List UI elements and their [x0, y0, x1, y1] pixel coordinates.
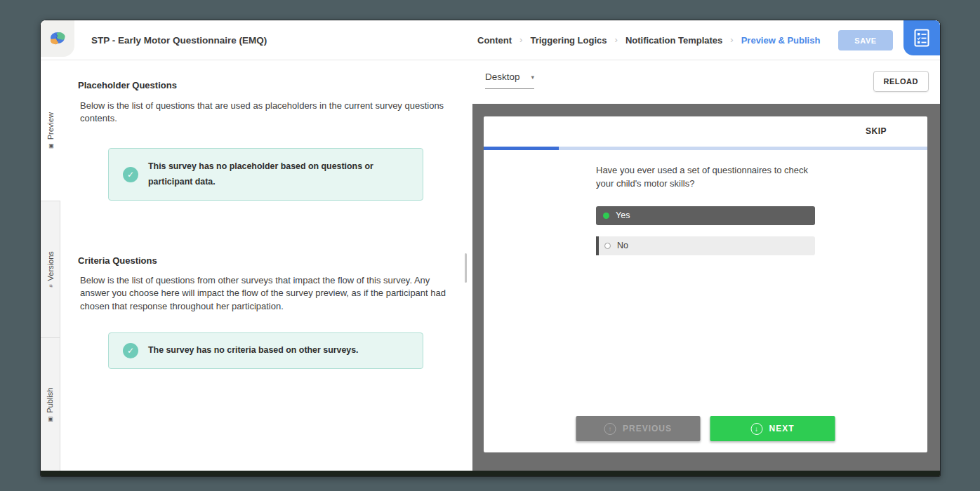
- chevron-right-icon: ›: [615, 34, 618, 45]
- nav-tab-preview-publish[interactable]: Preview & Publish: [741, 35, 821, 46]
- option-label: Yes: [616, 210, 630, 220]
- option-yes[interactable]: Yes: [596, 206, 815, 225]
- placeholder-questions-description: Below is the list of questions that are …: [80, 100, 446, 126]
- arrow-down-circle-icon: ↓: [750, 423, 762, 435]
- radio-selected-icon: [603, 213, 609, 219]
- preview-stage: SKIP Have you ever used a set of questio…: [472, 104, 940, 471]
- chevron-right-icon: ›: [730, 34, 733, 45]
- criteria-notice-text: The survey has no criteria based on othe…: [148, 343, 359, 358]
- previous-button[interactable]: ↑ PREVIOUS: [576, 416, 701, 441]
- brain-logo-icon: [48, 32, 67, 46]
- app-logo[interactable]: [41, 20, 74, 57]
- previous-button-label: PREVIOUS: [623, 424, 672, 433]
- survey-nav-buttons: ↑ PREVIOUS ↓ NEXT: [576, 416, 835, 441]
- placeholder-questions-heading: Placeholder Questions: [78, 80, 177, 90]
- preview-tab-icon: ▣: [47, 143, 53, 149]
- check-circle-icon: ✓: [123, 343, 138, 358]
- question-block: Have you ever used a set of questionnair…: [596, 164, 815, 267]
- device-selector-dropdown[interactable]: Desktop ▾: [485, 72, 534, 89]
- option-label: No: [617, 241, 628, 250]
- chevron-down-icon: ▾: [531, 74, 534, 81]
- side-tab-label: Preview: [46, 112, 55, 140]
- preview-settings-panel: Placeholder Questions Below is the list …: [60, 60, 472, 471]
- question-text: Have you ever used a set of questionnair…: [596, 164, 815, 191]
- top-navigation: Content › Triggering Logics › Notificati…: [477, 20, 820, 60]
- nav-tab-notification-templates[interactable]: Notification Templates: [625, 35, 722, 46]
- desktop-background: STP - Early Motor Questionnaire (EMQ) Co…: [0, 0, 980, 491]
- window-bottom-bar: [41, 471, 940, 476]
- arrow-up-circle-icon: ↑: [604, 423, 616, 435]
- criteria-questions-heading: Criteria Questions: [78, 255, 157, 266]
- survey-preview-panel: Desktop ▾ RELOAD SKIP Have you ever used…: [472, 60, 940, 471]
- survey-list-button[interactable]: [903, 20, 940, 55]
- survey-card: SKIP Have you ever used a set of questio…: [484, 116, 927, 452]
- radio-unselected-icon: [604, 243, 611, 249]
- reload-button[interactable]: RELOAD: [873, 71, 929, 92]
- page-title: STP - Early Motor Questionnaire (EMQ): [91, 20, 267, 60]
- app-header: STP - Early Motor Questionnaire (EMQ) Co…: [41, 20, 940, 60]
- side-tab-publish[interactable]: ▣ Publish: [41, 337, 60, 471]
- side-tab-versions[interactable]: # Versions: [41, 201, 60, 337]
- survey-progress-bar: [484, 147, 927, 150]
- next-button[interactable]: ↓ NEXT: [710, 416, 835, 441]
- criteria-questions-description: Below is the list of questions from othe…: [80, 274, 455, 313]
- device-selector-value: Desktop: [485, 72, 520, 82]
- side-tab-preview[interactable]: ▣ Preview: [41, 60, 60, 201]
- nav-tab-triggering-logics[interactable]: Triggering Logics: [530, 35, 607, 46]
- app-window: STP - Early Motor Questionnaire (EMQ) Co…: [40, 20, 941, 477]
- side-tab-strip: ▣ Preview # Versions ▣ Publish: [41, 60, 60, 471]
- chevron-right-icon: ›: [519, 34, 522, 45]
- publish-tab-icon: ▣: [47, 416, 53, 422]
- versions-tab-icon: #: [47, 284, 53, 287]
- placeholder-notice: ✓ This survey has no placeholder based o…: [108, 148, 423, 201]
- answer-options: Yes No: [596, 206, 815, 255]
- side-tab-label: Publish: [46, 387, 55, 412]
- checklist-icon: [914, 29, 929, 47]
- preview-toolbar: Desktop ▾ RELOAD: [472, 60, 940, 104]
- check-circle-icon: ✓: [123, 167, 138, 182]
- main-body: ▣ Preview # Versions ▣ Publish: [41, 60, 940, 471]
- option-no[interactable]: No: [596, 236, 815, 255]
- next-button-label: NEXT: [769, 424, 794, 433]
- nav-tab-content[interactable]: Content: [477, 35, 512, 46]
- panel-scrollbar[interactable]: [465, 253, 467, 283]
- skip-button[interactable]: SKIP: [866, 126, 887, 136]
- save-button[interactable]: SAVE: [838, 30, 893, 51]
- criteria-notice: ✓ The survey has no criteria based on ot…: [108, 332, 423, 369]
- placeholder-notice-text: This survey has no placeholder based on …: [148, 159, 411, 189]
- progress-fill: [484, 147, 559, 150]
- side-tab-label: Versions: [46, 251, 55, 281]
